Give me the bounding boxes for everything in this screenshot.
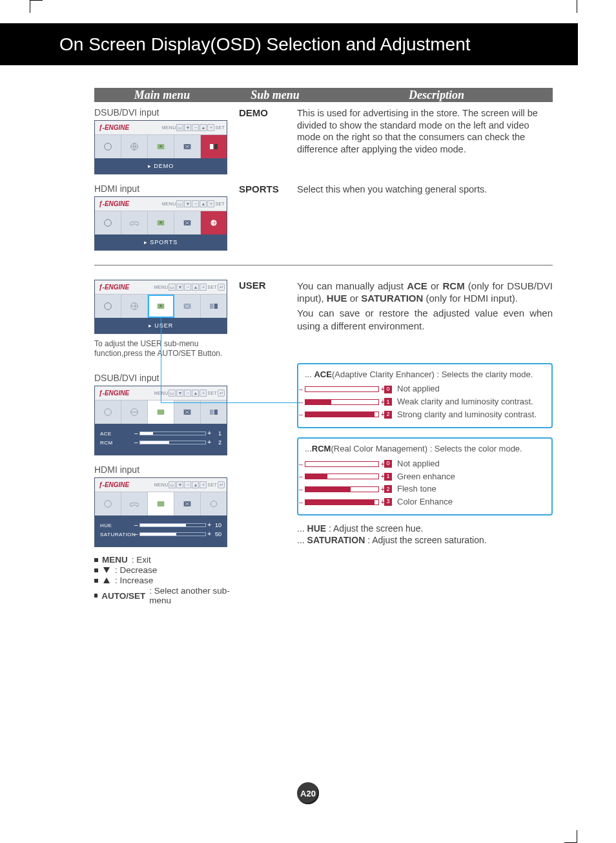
svg-point-0 [105,143,112,151]
mode-user-icon-selected [148,295,174,318]
osd-brand-2: ƒ-ENGINE [95,200,132,207]
svg-rect-24 [214,304,218,309]
svg-point-11 [159,222,161,224]
slider-rcm-label: RCM [100,440,136,446]
svg-point-19 [159,305,161,307]
decrease-icon [103,567,110,573]
level-number: 0 [384,386,392,393]
svg-rect-27 [158,410,165,415]
col-main-sports: HDMI input ƒ-ENGINE MENU▭ ▼− ▲+ SET [94,183,239,251]
label-hdmi-2: HDMI input [94,464,239,475]
mode-demo-icon [201,135,227,158]
user-note: To adjust the USER sub-menu function,pre… [94,339,239,359]
level-number: 1 [384,398,392,406]
up-key-icon: ▲ [200,124,207,131]
callout-line [161,402,300,403]
row-user: ƒ-ENGINE MENU▭ ▼− ▲+ SET↵ [94,280,553,606]
crop-mark-bottom-right [564,830,577,843]
mode-game-icon [121,211,148,234]
col-main-demo: DSUB/DVI input ƒ-ENGINE MENU▭ ▼− ▲+ SET [94,107,239,174]
option-label: Not applied [397,384,440,395]
svg-point-25 [105,409,112,416]
option-label: Weak clarity and luminosity contrast. [397,397,533,408]
mode-movie-icon [95,135,121,158]
option-label: Not applied [397,459,440,470]
option-row: 1Weak clarity and luminosity contrast. [305,397,545,408]
mode-internet-icon [121,135,148,158]
mode-user-icon [148,211,174,234]
level-number: 2 [384,411,392,419]
minus-key-icon: − [184,284,191,291]
level-number: 3 [384,498,392,506]
option-row: 3Color Enhance [305,497,545,508]
svg-rect-7 [210,144,213,149]
svg-rect-31 [210,410,213,415]
osd-demo: ƒ-ENGINE MENU▭ ▼− ▲+ SET [94,120,227,174]
th-description: Description [320,88,553,102]
svg-point-3 [159,145,161,147]
svg-rect-23 [210,304,213,309]
option-label: Flesh tone [397,484,436,495]
content-area: Main menu Sub menu Description DSUB/DVI … [94,88,553,606]
page: On Screen Display(OSD) Selection and Adj… [0,0,616,843]
down-key-icon: ▼ [184,200,191,207]
level-number: 2 [384,485,392,493]
mode-normal-icon [174,211,201,234]
mode-sports-icon [201,492,227,515]
osd-footer-demo: ▸ DEMO [95,158,227,174]
sub-user: USER [239,280,297,606]
option-row: 1Green enhance [305,472,545,483]
osd-menu-lbl: MENU [162,125,176,130]
mode-normal-icon [174,492,201,515]
page-title: On Screen Display(OSD) Selection and Adj… [0,23,578,65]
svg-rect-32 [214,410,218,415]
row-sports: HDMI input ƒ-ENGINE MENU▭ ▼− ▲+ SET [94,183,553,251]
down-key-icon: ▼ [176,284,183,291]
osd-sports: ƒ-ENGINE MENU▭ ▼− ▲+ SET [94,196,227,251]
svg-rect-8 [214,144,218,149]
svg-point-38 [210,501,216,506]
mode-normal-icon [174,295,201,318]
svg-rect-34 [158,501,165,506]
desc-demo: This is used for advertising in the stor… [297,107,553,174]
increase-icon [103,578,110,583]
sub-demo: DEMO [239,107,297,174]
osd-footer-sports: ▸ SPORTS [95,234,227,250]
option-row: 2Flesh tone [305,484,545,495]
mode-internet-icon [121,295,148,318]
menu-key-icon: ▭ [176,124,183,131]
section-separator [94,265,553,265]
menu-key-icon: ▭ [176,200,183,207]
ace-box: ... ACE(Adaptive Clarity Enhancer) : Sel… [297,363,553,429]
osd-brand-1: ƒ-ENGINE [95,124,132,131]
minus-key-icon: − [192,200,199,207]
callout-line [161,317,161,402]
option-label: Strong clarity and luminosity contrast. [397,410,537,421]
level-bar [305,411,379,417]
option-row: 2Strong clarity and luminosity contrast. [305,410,545,421]
page-number: A20 [297,782,319,804]
hue-line: ... HUE : Adjust the screen hue. [297,523,553,535]
level-bar [305,486,379,492]
plus-key-icon: + [207,200,214,207]
menu-key-icon: ▭ [169,284,176,291]
label-dsub-1: DSUB/DVI input [94,107,239,118]
slider-sat-label: SATURATION [100,532,136,537]
label-dsub-2: DSUB/DVI input [94,373,239,383]
row-demo: DSUB/DVI input ƒ-ENGINE MENU▭ ▼− ▲+ SET [94,107,553,174]
svg-point-16 [105,303,112,310]
level-number: 0 [384,460,392,468]
option-label: Color Enhance [397,497,453,508]
up-key-icon: ▲ [192,284,199,291]
th-main-menu: Main menu [94,88,230,102]
svg-point-9 [105,220,112,227]
osd-set-lbl: SET [215,125,225,130]
mode-demo-icon [201,295,227,318]
mode-sports-icon [201,211,227,234]
mode-demo-icon [201,401,227,424]
mode-normal-icon [174,401,201,424]
level-bar [305,461,379,467]
mode-movie-icon [95,492,121,515]
mode-user-icon [148,492,174,515]
option-label: Green enhance [397,472,455,483]
